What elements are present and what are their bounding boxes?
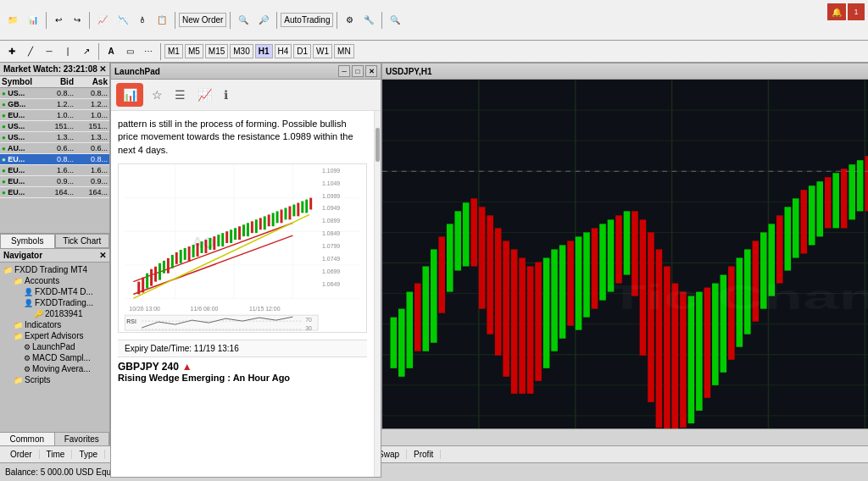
launchpad-logo-icon[interactable]: 📊 bbox=[116, 83, 143, 107]
svg-text:30: 30 bbox=[305, 325, 312, 331]
toolbar-expert[interactable]: ⚙ bbox=[341, 12, 358, 29]
launchpad-maximize[interactable]: □ bbox=[352, 65, 364, 77]
tab-symbols[interactable]: Symbols bbox=[0, 234, 55, 248]
market-row-8[interactable]: ● EU... 0.9... 0.9... bbox=[0, 176, 109, 187]
toolbar-chart2[interactable]: 📉 bbox=[114, 12, 132, 29]
nav-tab-favorites[interactable]: Favorites bbox=[55, 433, 110, 445]
market-row-1[interactable]: ● GB... 1.2... 1.2... bbox=[0, 99, 109, 110]
nav-item-8[interactable]: ⚙ MACD Sampl... bbox=[2, 352, 108, 363]
chart-titlebar[interactable]: USDJPY,H1 ─ □ ✕ bbox=[382, 64, 868, 80]
svg-rect-147 bbox=[849, 164, 855, 219]
svg-rect-139 bbox=[784, 207, 791, 270]
toolbar-btn-2[interactable]: 📊 bbox=[24, 12, 42, 29]
svg-rect-25 bbox=[159, 263, 161, 280]
toolbar-chart4[interactable]: 📋 bbox=[153, 12, 171, 29]
svg-rect-99 bbox=[463, 202, 470, 266]
svg-rect-142 bbox=[809, 185, 815, 245]
navigator-close[interactable]: ✕ bbox=[99, 251, 106, 260]
sep-7 bbox=[381, 12, 382, 29]
new-order-button[interactable]: New Order bbox=[179, 13, 226, 27]
draw-text[interactable]: A bbox=[103, 43, 120, 60]
market-row-6[interactable]: ● EU... 0.8... 0.8... bbox=[0, 154, 109, 165]
svg-rect-22 bbox=[146, 274, 148, 289]
nav-item-3[interactable]: 👤 FXDDTrading... bbox=[2, 297, 108, 308]
draw-arrow[interactable]: ↗ bbox=[78, 43, 95, 60]
launchpad-star-icon[interactable]: ☆ bbox=[148, 86, 166, 103]
svg-rect-149 bbox=[865, 156, 868, 211]
tf-m15[interactable]: M15 bbox=[205, 44, 228, 58]
market-row-5[interactable]: ● AU... 0.6... 0.6... bbox=[0, 143, 109, 154]
nav-item-1[interactable]: 📁 Accounts bbox=[2, 275, 108, 286]
launchpad-close[interactable]: ✕ bbox=[365, 65, 377, 77]
svg-rect-116 bbox=[599, 224, 606, 300]
toolbar-btn-1[interactable]: 📁 bbox=[3, 12, 22, 29]
svg-text:1.0849: 1.0849 bbox=[322, 230, 340, 236]
tab-tick-chart[interactable]: Tick Chart bbox=[55, 234, 110, 248]
launchpad-minimize[interactable]: ─ bbox=[338, 65, 350, 77]
launchpad-pattern-text: pattern is still in the process of formi… bbox=[118, 118, 367, 157]
toolbar-settings[interactable]: 🔧 bbox=[359, 12, 378, 29]
market-row-0[interactable]: ● US... 0.8... 0.8... bbox=[0, 88, 109, 99]
market-row-2[interactable]: ● EU... 1.0... 1.0... bbox=[0, 110, 109, 121]
nav-item-6[interactable]: 📁 Expert Advisors bbox=[2, 330, 108, 341]
tf-h4[interactable]: H4 bbox=[275, 44, 292, 58]
tf-m1[interactable]: M1 bbox=[164, 44, 183, 58]
toolbar-chart1[interactable]: 📈 bbox=[93, 12, 112, 29]
svg-rect-24 bbox=[154, 267, 157, 282]
sep-4 bbox=[230, 12, 231, 29]
launchpad-chart-icon[interactable]: 📈 bbox=[194, 86, 215, 103]
draw-line[interactable]: ╱ bbox=[22, 43, 39, 60]
svg-rect-122 bbox=[648, 232, 654, 401]
nav-item-4[interactable]: 🔑 20183941 bbox=[2, 308, 108, 319]
svg-rect-98 bbox=[454, 211, 461, 270]
toolbar-undo[interactable]: ↩ bbox=[50, 12, 67, 29]
draw-vline[interactable]: | bbox=[59, 43, 76, 60]
center-area: LaunchPad ─ □ ✕ 📊 ☆ ☰ 📈 ℹ pattern is sti… bbox=[110, 63, 868, 445]
svg-text:AO: AO bbox=[192, 235, 215, 252]
draw-crosshair[interactable]: ✚ bbox=[3, 43, 20, 60]
market-row-4[interactable]: ● US... 1.3... 1.3... bbox=[0, 132, 109, 143]
draw-rect[interactable]: ▭ bbox=[121, 43, 138, 60]
launchpad-titlebar[interactable]: LaunchPad ─ □ ✕ bbox=[111, 64, 381, 80]
toolbar-chart3[interactable]: 🕯 bbox=[134, 12, 151, 29]
toolbar-zoom-in[interactable]: 🔍 bbox=[234, 12, 253, 29]
tf-d1[interactable]: D1 bbox=[293, 44, 311, 58]
chart-body[interactable]: USDJPY,H1 151.400 151.412 151.351 151.36… bbox=[382, 80, 868, 445]
nav-item-7[interactable]: ⚙ LaunchPad bbox=[2, 341, 108, 352]
toolbar-redo[interactable]: ↪ bbox=[69, 12, 86, 29]
nav-tab-common[interactable]: Common bbox=[0, 433, 55, 445]
tf-m5[interactable]: M5 bbox=[185, 44, 203, 58]
market-row-3[interactable]: ● US... 151... 151... bbox=[0, 121, 109, 132]
svg-rect-138 bbox=[776, 215, 783, 283]
auto-trading-button[interactable]: AutoTrading bbox=[281, 13, 333, 27]
tf-h1[interactable]: H1 bbox=[255, 44, 273, 58]
toolbar-search[interactable]: 🔍 bbox=[386, 12, 404, 29]
market-row-7[interactable]: ● EU... 1.6... 1.6... bbox=[0, 165, 109, 176]
tf-m30[interactable]: M30 bbox=[230, 44, 253, 58]
nav-item-2[interactable]: 👤 FXDD-MT4 D... bbox=[2, 286, 108, 297]
nav-item-5[interactable]: 📁 Indicators bbox=[2, 319, 108, 330]
svg-rect-114 bbox=[583, 232, 590, 317]
launchpad-info-icon[interactable]: ℹ bbox=[220, 86, 231, 103]
svg-rect-30 bbox=[180, 250, 182, 263]
svg-rect-141 bbox=[800, 190, 807, 253]
market-row-9[interactable]: ● EU... 164... 164... bbox=[0, 187, 109, 198]
toolbar-zoom-out[interactable]: 🔎 bbox=[254, 12, 273, 29]
launchpad-scrollbar[interactable] bbox=[374, 111, 381, 477]
nav-item-9[interactable]: ⚙ Moving Avera... bbox=[2, 363, 108, 374]
draw-more[interactable]: ⋯ bbox=[140, 43, 157, 60]
nav-item-0[interactable]: 📁 FXDD Trading MT4 bbox=[2, 264, 108, 275]
market-watch-close[interactable]: ✕ bbox=[99, 64, 106, 74]
svg-rect-20 bbox=[137, 282, 140, 295]
nav-item-10[interactable]: 📁 Scripts bbox=[2, 374, 108, 385]
toolbar-notifications[interactable]: 🔔 bbox=[827, 3, 846, 20]
svg-rect-41 bbox=[225, 231, 228, 243]
svg-text:1.0899: 1.0899 bbox=[322, 218, 340, 224]
tf-mn[interactable]: MN bbox=[334, 44, 354, 58]
tf-w1[interactable]: W1 bbox=[313, 44, 332, 58]
svg-rect-48 bbox=[255, 220, 258, 234]
svg-rect-101 bbox=[479, 207, 486, 308]
launchpad-list-icon[interactable]: ☰ bbox=[171, 86, 189, 103]
draw-hline[interactable]: ─ bbox=[41, 43, 58, 60]
main-chart-window: USDJPY,H1 ─ □ ✕ USDJPY,H1 151.400 151.41… bbox=[381, 63, 868, 445]
